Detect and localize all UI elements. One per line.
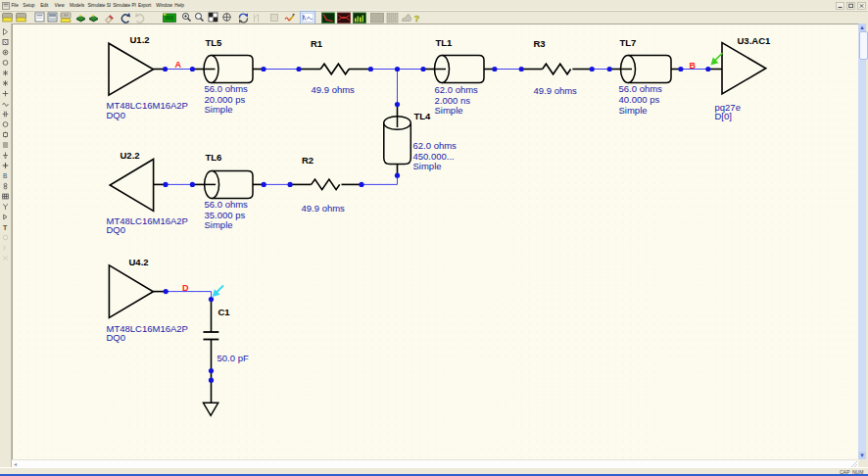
svg-text:62.0 ohms: 62.0 ohms	[435, 84, 479, 95]
svg-text:56.0 ohms: 56.0 ohms	[205, 199, 249, 210]
svg-text:LSG: LSG	[62, 14, 69, 18]
svg-text:20.000 ps: 20.000 ps	[205, 94, 246, 105]
svg-text:Simple: Simple	[619, 105, 648, 116]
svg-text:49.9 ohms: 49.9 ohms	[302, 203, 346, 214]
svg-text:DQ0: DQ0	[107, 332, 126, 343]
svg-text:U2.2: U2.2	[121, 150, 140, 161]
svg-text:49.9 ohms: 49.9 ohms	[534, 85, 578, 96]
svg-text:2.000 ns: 2.000 ns	[435, 95, 471, 106]
svg-text:A: A	[175, 60, 182, 70]
svg-text:35.000 ps: 35.000 ps	[205, 210, 246, 220]
svg-text:Simple: Simple	[205, 219, 233, 230]
svg-text:R1: R1	[311, 38, 323, 49]
svg-text:450.000...: 450.000...	[413, 151, 455, 162]
svg-text:TL5: TL5	[206, 37, 223, 48]
svg-text:B: B	[3, 172, 7, 179]
svg-text:56.0 ohms: 56.0 ohms	[205, 83, 249, 94]
svg-text:U1.2: U1.2	[130, 34, 150, 45]
svg-text:D[0]: D[0]	[715, 111, 732, 121]
svg-text:56.0 ohms: 56.0 ohms	[619, 83, 663, 94]
svg-text:TL4: TL4	[414, 111, 432, 121]
svg-text:TL6: TL6	[206, 152, 222, 163]
svg-text:Simple: Simple	[205, 104, 233, 115]
svg-text:Simple: Simple	[435, 105, 463, 116]
svg-text:50.0 pF: 50.0 pF	[217, 353, 249, 363]
svg-text:Simple: Simple	[413, 161, 442, 171]
svg-text:DQ0: DQ0	[107, 110, 126, 120]
svg-text:U3.AC1: U3.AC1	[738, 35, 772, 46]
svg-text:R2: R2	[302, 155, 313, 166]
svg-text:TL7: TL7	[620, 37, 637, 48]
svg-text:R3: R3	[534, 38, 546, 49]
svg-text:62.0 ohms: 62.0 ohms	[413, 140, 458, 151]
svg-text:DQ0: DQ0	[107, 224, 126, 235]
svg-text:TL1: TL1	[436, 37, 454, 48]
svg-text:T: T	[3, 224, 8, 231]
svg-text:B: B	[690, 61, 697, 71]
svg-text:C1: C1	[218, 307, 231, 317]
svg-text:U4.2: U4.2	[129, 257, 149, 267]
svg-text:40.000 ps: 40.000 ps	[619, 94, 660, 105]
svg-text:49.9 ohms: 49.9 ohms	[312, 84, 356, 95]
svg-text:?: ?	[414, 13, 420, 24]
svg-text:D: D	[182, 283, 189, 293]
